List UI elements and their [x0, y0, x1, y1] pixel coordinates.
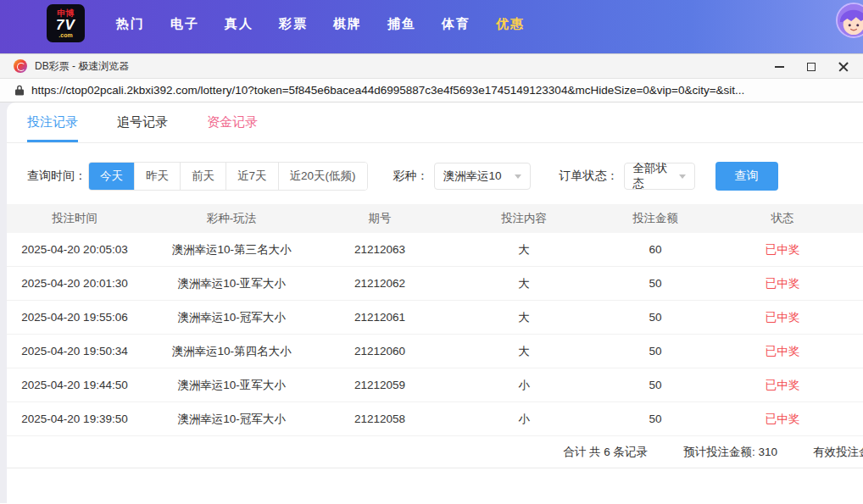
close-icon	[838, 62, 849, 72]
order-status-select[interactable]: 全部状态	[624, 163, 695, 190]
cell-content: 小	[439, 412, 609, 427]
table-row: 2025-04-20 19:44:50 澳洲幸运10-亚军大小 21212059…	[7, 368, 863, 402]
browser-titlebar[interactable]: DB彩票 - 极速浏览器	[0, 53, 863, 79]
col-header-status: 状态	[702, 211, 863, 226]
site-logo-text-suffix: .com	[58, 32, 72, 38]
cell-issue: 21212060	[320, 345, 439, 357]
records-panel: 投注记录 追号记录 资金记录 查询时间： 今天 昨天 前天 近7天 近20天(低…	[7, 102, 863, 503]
filter-bar: 查询时间： 今天 昨天 前天 近7天 近20天(低频) 彩种： 澳洲幸运10 订…	[7, 143, 863, 204]
cell-amount: 50	[609, 311, 702, 324]
table-row: 2025-04-20 20:05:03 澳洲幸运10-第三名大小 2121206…	[7, 233, 863, 267]
minimize-icon	[775, 66, 784, 68]
cell-amount: 50	[609, 379, 702, 391]
table-row: 2025-04-20 20:01:30 澳洲幸运10-亚军大小 21212062…	[7, 267, 863, 301]
browser-addressbar[interactable]: https://ctop02pcali.2kbxi392.com/lottery…	[0, 79, 863, 102]
col-header-content: 投注内容	[439, 211, 609, 226]
user-avatar[interactable]	[836, 3, 863, 38]
cell-amount: 50	[609, 277, 702, 290]
time-option-day-before[interactable]: 前天	[180, 163, 225, 190]
cell-bet-time: 2025-04-20 19:55:06	[7, 311, 142, 324]
nav-item-sports[interactable]: 体育	[429, 4, 483, 42]
cell-content: 大	[439, 276, 609, 291]
lock-icon	[15, 85, 24, 96]
window-controls	[763, 54, 860, 80]
site-logo-text-main: 7V	[56, 18, 75, 32]
cell-issue: 21212062	[320, 277, 439, 290]
cell-status: 已中奖	[702, 310, 863, 325]
summary-total-records: 合计 共 6 条记录	[563, 445, 648, 460]
cell-bet-time: 2025-04-20 20:01:30	[7, 277, 142, 290]
cell-content: 大	[439, 242, 609, 258]
table-row: 2025-04-20 19:55:06 澳洲幸运10-冠军大小 21212061…	[7, 301, 863, 335]
time-option-20days[interactable]: 近20天(低频)	[278, 163, 367, 190]
site-top-nav: 申博 7V .com 热门 电子 真人 彩票 棋牌 捕鱼 体育 优惠	[0, 0, 863, 53]
table-row: 2025-04-20 19:39:50 澳洲幸运10-冠军大小 21212058…	[7, 402, 863, 436]
site-nav-menu: 热门 电子 真人 彩票 棋牌 捕鱼 体育 优惠	[103, 4, 537, 42]
cell-play: 澳洲幸运10-冠军大小	[142, 412, 320, 427]
tab-bet-records[interactable]: 投注记录	[27, 102, 78, 142]
nav-item-lottery[interactable]: 彩票	[266, 4, 320, 42]
cell-content: 大	[439, 344, 609, 359]
col-header-amount: 投注金额	[609, 211, 702, 226]
window-title: DB彩票 - 极速浏览器	[35, 59, 129, 74]
cell-amount: 50	[609, 413, 702, 425]
cell-issue: 21212061	[320, 311, 439, 324]
record-tabs: 投注记录 追号记录 资金记录	[7, 102, 863, 143]
search-button[interactable]: 查询	[715, 162, 778, 191]
cell-issue: 21212063	[320, 243, 439, 256]
maximize-icon	[807, 63, 816, 71]
site-logo[interactable]: 申博 7V .com	[47, 4, 85, 42]
site-logo-text-cn: 申博	[58, 9, 75, 18]
maximize-button[interactable]	[795, 54, 827, 80]
summary-valid-amount: 有效投注金额	[813, 445, 863, 460]
col-header-play: 彩种-玩法	[142, 211, 320, 226]
nav-item-cards[interactable]: 棋牌	[320, 4, 375, 42]
cell-bet-time: 2025-04-20 19:39:50	[7, 413, 142, 425]
lottery-select-value: 澳洲幸运10	[443, 169, 502, 184]
status-select-value: 全部状态	[633, 161, 672, 191]
cell-content: 大	[439, 310, 609, 325]
lottery-select[interactable]: 澳洲幸运10	[434, 163, 531, 190]
nav-item-fishing[interactable]: 捕鱼	[375, 4, 429, 42]
time-option-today[interactable]: 今天	[89, 163, 134, 190]
minimize-button[interactable]	[763, 54, 795, 80]
col-header-time: 投注时间	[7, 211, 142, 226]
col-header-issue: 期号	[320, 211, 439, 226]
tab-chase-records[interactable]: 追号记录	[117, 102, 168, 142]
cell-status: 已中奖	[702, 276, 863, 291]
time-option-7days[interactable]: 近7天	[225, 163, 278, 190]
cell-issue: 21212059	[320, 379, 439, 391]
cell-status: 已中奖	[702, 412, 863, 427]
cell-bet-time: 2025-04-20 20:05:03	[7, 243, 142, 256]
cell-play: 澳洲幸运10-亚军大小	[142, 276, 320, 291]
cell-amount: 60	[609, 243, 702, 256]
cell-play: 澳洲幸运10-第三名大小	[142, 242, 320, 258]
nav-item-promo[interactable]: 优惠	[483, 4, 537, 42]
status-select-label: 订单状态：	[560, 169, 619, 184]
table-header: 投注时间 彩种-玩法 期号 投注内容 投注金额 状态	[7, 204, 863, 233]
tab-fund-records[interactable]: 资金记录	[207, 102, 258, 142]
url-text[interactable]: https://ctop02pcali.2kbxi392.com/lottery…	[31, 84, 744, 97]
nav-item-live[interactable]: 真人	[212, 4, 266, 42]
time-range-group: 今天 昨天 前天 近7天 近20天(低频)	[88, 162, 368, 191]
browser-app-icon	[14, 59, 27, 73]
summary-bar: 合计 共 6 条记录 预计投注金额: 310 有效投注金额	[7, 436, 863, 468]
time-option-yesterday[interactable]: 昨天	[134, 163, 180, 190]
cell-play: 澳洲幸运10-第四名大小	[142, 344, 320, 359]
nav-item-slots[interactable]: 电子	[158, 4, 212, 42]
nav-item-hot[interactable]: 热门	[103, 4, 158, 42]
page-background: 投注记录 追号记录 资金记录 查询时间： 今天 昨天 前天 近7天 近20天(低…	[0, 102, 863, 503]
cell-status: 已中奖	[702, 242, 863, 258]
chevron-down-icon	[679, 174, 686, 179]
cell-play: 澳洲幸运10-亚军大小	[142, 378, 320, 393]
summary-expected-amount: 预计投注金额: 310	[683, 445, 777, 460]
lottery-select-label: 彩种：	[393, 169, 429, 184]
cell-amount: 50	[609, 345, 702, 357]
cell-play: 澳洲幸运10-冠军大小	[142, 310, 320, 325]
cell-bet-time: 2025-04-20 19:44:50	[7, 379, 142, 391]
time-filter-label: 查询时间：	[27, 169, 86, 184]
close-button[interactable]	[827, 54, 860, 80]
cell-content: 小	[439, 378, 609, 393]
cell-issue: 21212058	[320, 413, 439, 425]
cell-status: 已中奖	[702, 378, 863, 393]
